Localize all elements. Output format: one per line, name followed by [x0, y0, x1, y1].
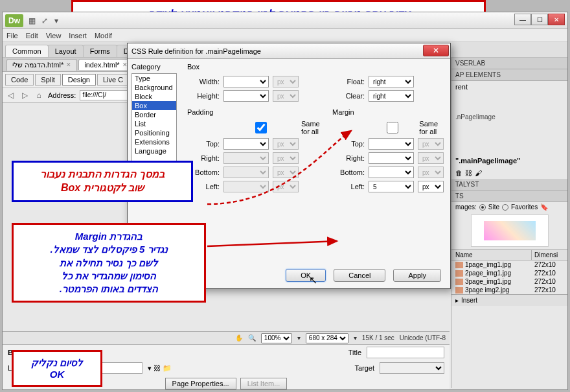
padding-left-unit[interactable]: px	[273, 181, 299, 192]
radio-favorites[interactable]	[502, 204, 508, 211]
margin-same-label: Same for all	[419, 120, 444, 135]
home-icon[interactable]: ⌂	[34, 90, 44, 100]
cat-language[interactable]: Language	[132, 146, 176, 156]
panel-ts[interactable]: TS	[451, 190, 567, 202]
clear-select[interactable]: right	[369, 90, 414, 102]
file-row[interactable]: 3page_img1.jpg272x10	[451, 277, 567, 286]
insert-label: Insert	[461, 297, 477, 304]
margin-left-input[interactable]: 5	[369, 181, 414, 192]
doc-tab-2[interactable]: index.html* ✕	[78, 59, 133, 70]
margin-bottom-input[interactable]	[369, 167, 414, 178]
trash-icon[interactable]: 🗑	[455, 169, 462, 177]
view-live[interactable]: Live C	[97, 74, 129, 86]
target-select[interactable]	[380, 362, 444, 374]
bookmark-icon[interactable]: 🔖	[540, 203, 548, 211]
list-item-button[interactable]: List Item...	[240, 378, 288, 389]
view-design[interactable]: Design	[62, 74, 96, 86]
panel-current[interactable]: rent	[451, 81, 567, 93]
panel-browserlab[interactable]: VSERLAB	[451, 58, 567, 69]
image-icon	[455, 287, 463, 294]
cancel-button[interactable]: Cancel	[334, 269, 385, 282]
float-select[interactable]: right	[369, 76, 414, 87]
padding-left-input[interactable]	[223, 181, 269, 192]
ribbon-forms[interactable]: Forms	[83, 45, 117, 57]
height-label: Height:	[187, 92, 220, 100]
cat-extensions[interactable]: Extensions	[132, 137, 176, 146]
cat-type[interactable]: Type	[132, 74, 176, 83]
file-row[interactable]: 2page_img1.jpg272x10	[451, 269, 567, 277]
width-input[interactable]	[223, 76, 269, 87]
cat-block[interactable]: Block	[132, 92, 176, 101]
layout-icon[interactable]: ▦	[28, 16, 38, 25]
zoom-select[interactable]: 100%	[261, 333, 292, 343]
page-properties-button[interactable]: Page Properties...	[165, 378, 236, 389]
back-icon[interactable]: ◁	[5, 90, 16, 100]
height-unit[interactable]: px	[273, 90, 299, 102]
file-row[interactable]: 3page img2.jpg272x10	[451, 286, 567, 294]
padding-same-checkbox[interactable]	[223, 122, 299, 133]
file-row[interactable]: 1page_img1.jpg272x10	[451, 260, 567, 269]
menu-view[interactable]: View	[46, 32, 62, 40]
size-select[interactable]: 680 x 284	[306, 333, 348, 343]
menu-insert[interactable]: Insert	[69, 32, 87, 40]
cat-border[interactable]: Border	[132, 110, 176, 119]
panel-catalyst[interactable]: TALYST	[451, 179, 567, 190]
padding-top-unit[interactable]: px	[273, 138, 299, 150]
menu-file[interactable]: File	[6, 32, 18, 40]
maximize-button[interactable]: ☐	[531, 14, 548, 25]
close-button[interactable]: ✕	[548, 14, 565, 25]
margin-bottom-unit[interactable]: px	[418, 167, 444, 178]
titlebar-icons: ▦ ⤢ ▾	[28, 16, 63, 25]
css-rules-item[interactable]: .nPageIimage	[451, 112, 567, 122]
forward-icon[interactable]: ▷	[19, 90, 30, 100]
annotation-red-l2: נגדיר 5 פיקסלים לצד שמאל.	[21, 243, 196, 256]
margin-right-input[interactable]	[369, 152, 414, 164]
close-icon[interactable]: ✕	[66, 62, 71, 68]
margin-top-input[interactable]	[369, 138, 414, 150]
insert-bar[interactable]: ▸ Insert	[451, 294, 567, 306]
annotation-ok-l1: לסיום נקליק	[21, 357, 93, 369]
width-unit[interactable]: px	[273, 76, 299, 87]
margin-top-unit[interactable]: px	[418, 138, 444, 150]
cat-background[interactable]: Background	[132, 83, 176, 92]
image-thumbnail[interactable]	[471, 214, 549, 247]
annotation-blue-l2: שוב לקטגורית Box	[21, 181, 183, 195]
padding-top-input[interactable]	[223, 138, 269, 150]
cat-positioning[interactable]: Positioning	[132, 128, 176, 137]
annotation-blue-l1: במסך הגדרות התבנית נעבור	[21, 168, 183, 181]
zoom-icon[interactable]: 🔍	[248, 334, 256, 341]
doc-tab-1[interactable]: הדגמה שלי.html* ✕	[6, 59, 77, 71]
padding-right-input[interactable]	[223, 152, 269, 164]
more-icon[interactable]: ▾	[54, 16, 63, 25]
margin-right-unit[interactable]: px	[418, 152, 444, 164]
padding-bottom-unit[interactable]: px	[273, 167, 299, 178]
radio-site[interactable]	[479, 204, 486, 211]
ok-button[interactable]: OK	[286, 269, 326, 282]
view-split[interactable]: Split	[35, 74, 60, 86]
col-dimensions[interactable]: Dimensi	[532, 250, 567, 260]
hand-icon[interactable]: ✋	[235, 334, 243, 341]
panel-ap-elements[interactable]: AP ELEMENTS	[451, 69, 567, 81]
menu-modify[interactable]: Modif	[95, 32, 112, 40]
view-code[interactable]: Code	[5, 74, 34, 86]
cat-list-item[interactable]: List	[132, 119, 176, 128]
padding-right-unit[interactable]: px	[273, 152, 299, 164]
link-icon[interactable]: ⛓	[465, 169, 472, 177]
expand-icon[interactable]: ⤢	[41, 16, 51, 25]
category-list[interactable]: Type Background Block Box Border List Po…	[131, 73, 177, 164]
ribbon-layout[interactable]: Layout	[48, 45, 84, 57]
ribbon-common[interactable]: Common	[5, 45, 49, 57]
app-logo: Dw	[5, 14, 23, 27]
cat-box[interactable]: Box	[132, 101, 176, 110]
paint-icon[interactable]: 🖌	[475, 169, 482, 177]
margin-left-unit[interactable]: px	[418, 181, 444, 192]
dialog-close-button[interactable]: ✕	[423, 45, 449, 56]
margin-same-checkbox[interactable]	[369, 122, 416, 133]
height-input[interactable]	[223, 90, 269, 102]
title-input[interactable]	[367, 347, 444, 358]
padding-bottom-input[interactable]	[223, 167, 269, 178]
col-name[interactable]: Name	[451, 250, 532, 260]
apply-button[interactable]: Apply	[393, 269, 441, 282]
menu-edit[interactable]: Edit	[26, 32, 38, 40]
minimize-button[interactable]: —	[514, 14, 531, 25]
